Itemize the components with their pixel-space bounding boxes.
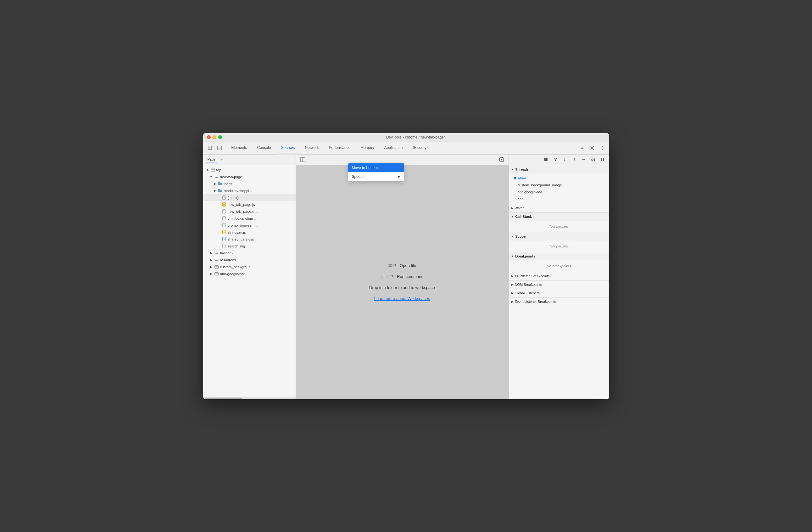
svg-rect-5 <box>211 169 215 171</box>
context-menu-move-to-bottom[interactable]: Move to bottom <box>348 163 404 172</box>
pause-on-exceptions-btn[interactable] <box>598 155 607 164</box>
minimize-button[interactable] <box>213 135 216 139</box>
context-menu-speech[interactable]: Speech ▶ <box>348 172 404 181</box>
scope-header[interactable]: ▼ Scope <box>509 232 609 240</box>
svg-point-4 <box>591 147 593 149</box>
traffic-lights <box>207 135 222 139</box>
step-into-btn[interactable] <box>561 155 569 164</box>
left-panel-scrollbar[interactable] <box>203 397 295 399</box>
thread-active-indicator <box>514 177 517 179</box>
call-stack-header[interactable]: ▼ Call Stack <box>509 212 609 221</box>
play-btn[interactable] <box>497 155 506 164</box>
watch-collapse-arrow: ▶ <box>511 207 513 210</box>
breakpoints-header[interactable]: ▼ Breakpoints <box>509 252 609 260</box>
svg-line-39 <box>592 158 594 161</box>
toolbar-icons <box>206 143 224 152</box>
call-stack-arrow: ▼ <box>511 215 514 218</box>
event-listener-arrow: ▶ <box>511 300 513 303</box>
devtools-window: DevTools - chrome://new-tab-page/ Elemen… <box>203 133 609 399</box>
svg-rect-19 <box>223 244 226 248</box>
window-title: DevTools - chrome://new-tab-page/ <box>226 135 605 139</box>
svg-rect-26 <box>545 158 546 161</box>
svg-rect-6 <box>223 196 226 199</box>
tree-item-one-google-bar[interactable]: ▶ one-google-bar <box>203 270 295 277</box>
tree-item-strings[interactable]: ▶ JS strings.m.js <box>203 229 295 236</box>
threads-section-header[interactable]: ▼ Threads <box>509 165 609 173</box>
breakpoints-arrow: ▼ <box>511 255 514 258</box>
drawer-icon-btn[interactable] <box>215 143 224 152</box>
tab-memory[interactable]: Memory <box>356 142 379 154</box>
tree-item-new-tab-js[interactable]: ▶ JS new_tab_page.js <box>203 201 295 208</box>
left-panel-header: Page » ⋮ <box>203 155 295 165</box>
tab-security[interactable]: Security <box>408 142 431 154</box>
tree-item-index[interactable]: ▶ (index) <box>203 194 295 201</box>
cursor-icon-btn[interactable] <box>206 143 215 152</box>
step-btn[interactable] <box>580 155 588 164</box>
tab-sources[interactable]: Sources <box>276 142 300 154</box>
thread-main[interactable]: Main <box>509 175 609 182</box>
right-panel: ▼ Threads Main custom_background_image o… <box>508 155 609 399</box>
tab-console[interactable]: Console <box>252 142 276 154</box>
show-navigator-btn[interactable] <box>299 155 307 164</box>
step-over-btn[interactable] <box>551 155 560 164</box>
dom-breakpoints-header[interactable]: ▶ DOM Breakpoints <box>509 280 609 289</box>
svg-marker-25 <box>501 159 503 160</box>
scope-arrow: ▼ <box>511 235 514 238</box>
more-tabs-button[interactable]: » <box>578 143 586 152</box>
svg-marker-32 <box>564 160 566 161</box>
dom-breakpoints-section: ▶ DOM Breakpoints <box>509 280 609 289</box>
scrollbar-thumb <box>204 397 242 399</box>
event-listener-breakpoints-header[interactable]: ▶ Event Listener Breakpoints <box>509 297 609 306</box>
svg-rect-13 <box>223 216 226 220</box>
tree-item-omnibox[interactable]: ▶ omnibox.mojom-... <box>203 215 295 222</box>
settings-icon-btn[interactable] <box>588 143 597 152</box>
panel-tab-more[interactable]: » <box>219 156 225 163</box>
svg-rect-41 <box>603 158 604 161</box>
svg-rect-12 <box>223 210 226 213</box>
tree-item-resources[interactable]: ▶ ☁ resources <box>203 256 295 264</box>
maximize-button[interactable] <box>218 135 222 139</box>
global-listeners-header[interactable]: ▶ Global Listeners <box>509 289 609 297</box>
xhr-breakpoints-header[interactable]: ▶ XHR/fetch Breakpoints <box>509 272 609 280</box>
thread-app[interactable]: app <box>509 195 609 202</box>
panel-menu-btn[interactable]: ⋮ <box>287 156 293 163</box>
svg-rect-40 <box>601 158 602 161</box>
deactivate-breakpoints-btn[interactable] <box>589 155 597 164</box>
thread-custom-bg[interactable]: custom_background_image <box>509 182 609 188</box>
tree-item-shared-vars[interactable]: ▶ CSS shared_vars.css <box>203 236 295 243</box>
tab-network[interactable]: Network <box>300 142 324 154</box>
global-listeners-arrow: ▶ <box>511 292 513 295</box>
main-toolbar: Elements Console Sources Network Perform… <box>203 142 609 155</box>
breakpoints-status: No breakpoints <box>509 262 609 270</box>
tree-item-search-svg[interactable]: ▶ search.svg <box>203 243 295 250</box>
thread-one-google-bar[interactable]: one-google-bar <box>509 188 609 195</box>
breakpoints-section: ▼ Breakpoints No breakpoints <box>509 252 609 272</box>
kebab-menu-button[interactable]: ⋮ <box>598 143 607 152</box>
tree-item-new-tab-m[interactable]: ▶ new_tab_page.m... <box>203 208 295 215</box>
tree-item-new-tab-page[interactable]: ▼ ☁ new-tab-page <box>203 173 295 180</box>
svg-text:JS: JS <box>223 204 225 206</box>
tree-item-promo[interactable]: ▶ promo_browser_... <box>203 222 295 229</box>
center-panel: ⌘ P Open file ⌘ ⇧ P Run command Drop in … <box>296 155 508 399</box>
tree-item-modules[interactable]: ▶ modules/shoppi... <box>203 187 295 194</box>
tab-performance[interactable]: Performance <box>324 142 356 154</box>
watch-section-header[interactable]: ▶ Watch <box>509 204 609 212</box>
tab-elements[interactable]: Elements <box>227 142 252 154</box>
close-button[interactable] <box>207 135 211 139</box>
scope-content: Not paused <box>509 240 609 252</box>
tab-application[interactable]: Application <box>379 142 408 154</box>
step-out-btn[interactable] <box>570 155 578 164</box>
call-stack-status: Not paused <box>509 222 609 231</box>
pause-resume-btn[interactable] <box>542 155 550 164</box>
center-content: ⌘ P Open file ⌘ ⇧ P Run command Drop in … <box>296 165 508 399</box>
shortcut-run-command: ⌘ ⇧ P Run command <box>380 274 423 279</box>
tree-item-custom-bg[interactable]: ▶ custom_backgroun... <box>203 264 295 270</box>
watch-section: ▶ Watch <box>509 204 609 212</box>
tree-item-top[interactable]: ▼ top <box>203 167 295 173</box>
tree-item-favicon2[interactable]: ▶ ☁ favicon2 <box>203 250 295 256</box>
title-bar: DevTools - chrome://new-tab-page/ <box>203 133 609 142</box>
workspace-learn-more-link[interactable]: Learn more about Workspaces <box>374 296 430 301</box>
xhr-breakpoints-section: ▶ XHR/fetch Breakpoints <box>509 272 609 280</box>
tree-item-icons[interactable]: ▶ icons <box>203 180 295 187</box>
page-tab[interactable]: Page <box>206 157 218 163</box>
